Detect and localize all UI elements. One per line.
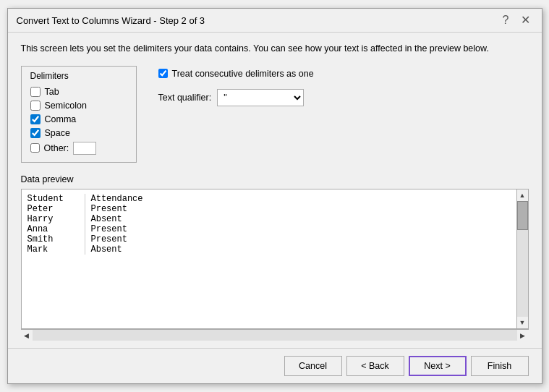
preview-cell: Anna xyxy=(27,224,85,234)
preview-cell: Present xyxy=(85,204,127,214)
other-label: Other: xyxy=(44,143,69,153)
scroll-up-button[interactable]: ▲ xyxy=(517,189,528,201)
preview-cell: Absent xyxy=(85,244,122,255)
semicolon-label: Semicolon xyxy=(45,101,87,111)
back-button[interactable]: < Back xyxy=(346,356,404,376)
preview-cell: Present xyxy=(85,234,127,244)
space-label: Space xyxy=(45,128,70,138)
delimiters-group-label: Delimiters xyxy=(30,71,127,81)
preview-cell: Student xyxy=(27,194,85,204)
preview-cell: Mark xyxy=(27,244,85,255)
cancel-button[interactable]: Cancel xyxy=(284,356,342,376)
preview-cell: Attendance xyxy=(85,194,143,204)
preview-cell: Harry xyxy=(27,214,85,224)
preview-box: Student Attendance Peter Present Harry A… xyxy=(21,189,529,330)
preview-content: Student Attendance Peter Present Harry A… xyxy=(22,189,516,329)
dialog-body: This screen lets you set the delimiters … xyxy=(8,33,542,348)
data-preview-label: Data preview xyxy=(21,174,529,184)
dialog-title: Convert Text to Columns Wizard - Step 2 … xyxy=(17,15,205,26)
qualifier-row: Text qualifier: " ' {none} xyxy=(158,89,314,106)
title-controls: ? ✕ xyxy=(500,14,533,26)
finish-button[interactable]: Finish xyxy=(471,356,529,376)
space-checkbox[interactable] xyxy=(30,128,41,138)
table-row: Anna Present xyxy=(27,224,511,234)
semicolon-row: Semicolon xyxy=(30,101,127,111)
tab-checkbox[interactable] xyxy=(30,87,41,97)
scroll-thumb[interactable] xyxy=(517,201,528,230)
vertical-scrollbar[interactable]: ▲ ▼ xyxy=(516,189,528,329)
right-options: Treat consecutive delimiters as one Text… xyxy=(158,66,314,163)
data-preview-section: Data preview Student Attendance Peter Pr… xyxy=(21,174,529,341)
table-row: Harry Absent xyxy=(27,214,511,224)
horizontal-scrollbar[interactable]: ◀ ▶ xyxy=(21,329,529,341)
qualifier-select[interactable]: " ' {none} xyxy=(217,89,304,106)
scroll-h-track xyxy=(33,330,517,341)
space-row: Space xyxy=(30,128,127,138)
consecutive-checkbox[interactable] xyxy=(158,69,168,78)
title-bar: Convert Text to Columns Wizard - Step 2 … xyxy=(8,9,542,33)
delimiters-group: Delimiters Tab Semicolon Comma Space xyxy=(21,66,137,163)
scroll-left-button[interactable]: ◀ xyxy=(21,330,33,341)
consecutive-label: Treat consecutive delimiters as one xyxy=(172,69,314,79)
consecutive-row: Treat consecutive delimiters as one xyxy=(158,69,314,79)
comma-checkbox[interactable] xyxy=(30,114,41,124)
description-text: This screen lets you set the delimiters … xyxy=(21,43,529,56)
preview-cell: Present xyxy=(85,224,127,234)
table-row: Smith Present xyxy=(27,234,511,244)
comma-row: Comma xyxy=(30,114,127,124)
other-checkbox[interactable] xyxy=(30,143,40,153)
qualifier-label: Text qualifier: xyxy=(158,93,212,103)
other-row: Other: xyxy=(30,142,127,155)
semicolon-checkbox[interactable] xyxy=(30,101,41,111)
table-row: Mark Absent xyxy=(27,244,511,255)
comma-label: Comma xyxy=(45,114,77,124)
dialog-window: Convert Text to Columns Wizard - Step 2 … xyxy=(7,8,542,384)
tab-row: Tab xyxy=(30,87,127,97)
tab-label: Tab xyxy=(45,87,59,97)
preview-cell: Peter xyxy=(27,204,85,214)
close-button[interactable]: ✕ xyxy=(518,14,533,26)
preview-cell: Absent xyxy=(85,214,122,224)
preview-cell: Smith xyxy=(27,234,85,244)
middle-section: Delimiters Tab Semicolon Comma Space xyxy=(21,66,529,163)
scroll-down-button[interactable]: ▼ xyxy=(517,317,528,328)
scroll-right-button[interactable]: ▶ xyxy=(517,330,529,341)
dialog-footer: Cancel < Back Next > Finish xyxy=(8,348,542,383)
table-row: Peter Present xyxy=(27,204,511,214)
next-button[interactable]: Next > xyxy=(409,356,467,376)
other-input[interactable] xyxy=(73,142,96,155)
table-row: Student Attendance xyxy=(27,194,511,204)
scroll-track xyxy=(517,201,528,318)
help-button[interactable]: ? xyxy=(500,14,512,26)
